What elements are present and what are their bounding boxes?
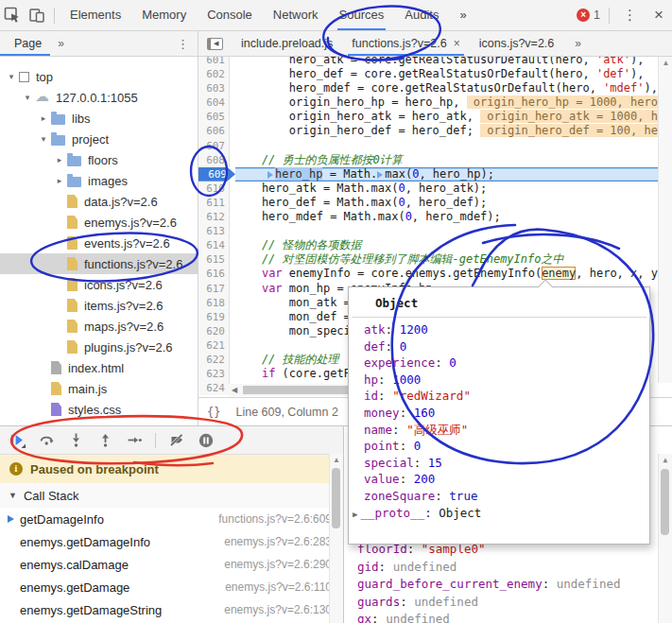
code-line-603[interactable]: 603 hero_mdef = core.getRealStatusOrDefa… (198, 81, 672, 95)
object-property-money[interactable]: money: 160 (349, 405, 649, 422)
tree-item-project[interactable]: ▾project (0, 129, 198, 149)
device-toolbar-button[interactable] (25, 3, 49, 27)
expander-closed-icon[interactable]: ▸ (54, 155, 65, 164)
line-number[interactable]: 621 (198, 338, 230, 353)
inspect-element-button[interactable] (0, 3, 25, 27)
code-line-606[interactable]: 606 origin_hero_def = hero_def; origin_h… (198, 124, 672, 138)
code-line-616[interactable]: 616 var enemyInfo = core.enemys.getEnemy… (198, 267, 672, 281)
more-options-button[interactable]: ⋮ (614, 0, 646, 30)
tree-item-top[interactable]: ▾top (0, 66, 198, 87)
line-number[interactable]: 619 (198, 310, 230, 324)
line-number[interactable]: 613 (198, 224, 230, 238)
pause-on-exceptions-button[interactable] (198, 432, 215, 449)
line-number[interactable]: 605 (198, 110, 230, 124)
scrollbar-thumb[interactable] (332, 468, 340, 528)
tree-item-maps-js-v-2-6[interactable]: maps.js?v=2.6 (0, 316, 198, 337)
tree-item-events-js-v-2-6[interactable]: events.js?v=2.6 (0, 233, 198, 253)
step-out-button[interactable] (96, 432, 113, 449)
hide-navigator-icon[interactable]: ◀ (207, 38, 223, 50)
line-number[interactable]: 606 (198, 124, 230, 138)
tree-item-index-html[interactable]: index.html (0, 357, 198, 378)
main-tab-network[interactable]: Network (263, 0, 329, 30)
scrollbar-thumb[interactable] (661, 469, 669, 535)
code-line-615[interactable]: 615 // 对坚固模仿等处理移到了脚本编辑-getEnemyInfo之中 (198, 252, 672, 267)
editor-tabs-overflow[interactable]: » (563, 31, 593, 56)
object-property-atk[interactable]: atk: 1200 (349, 321, 649, 338)
object-property-name[interactable]: name: "高级巫师" (349, 422, 649, 439)
object-property-value[interactable]: value: 200 (349, 471, 649, 488)
expander-closed-icon[interactable]: ▸ (54, 176, 65, 185)
sidebar-more-button[interactable]: ⋮ (177, 37, 189, 51)
expander-open-icon[interactable]: ▾ (38, 134, 49, 144)
callstack-frame-getdamageinfo[interactable]: getDamageInfofunctions.js?v=2.6:609 (0, 508, 343, 530)
editor-vertical-scrollbar[interactable]: ▲ (658, 57, 672, 383)
scope-variable-guard-before-current-enemy[interactable]: guard_before_current_enemy: undefined (357, 576, 620, 594)
line-number[interactable]: 612 (198, 210, 230, 224)
main-tab-audits[interactable]: Audits (394, 0, 449, 30)
tab-page[interactable]: Page (11, 31, 44, 56)
tree-item-styles-css[interactable]: styles.css (0, 399, 198, 420)
code-line-605[interactable]: 605 origin_hero_atk = hero_atk, origin_h… (198, 110, 672, 124)
line-number[interactable]: 604 (198, 95, 230, 110)
code-line-604[interactable]: 604 origin_hero_hp = hero_hp, origin_her… (198, 95, 672, 110)
code-line-602[interactable]: 602 hero_def = core.getRealStatusOrDefau… (198, 67, 672, 81)
expander-closed-icon[interactable]: ▶ (353, 510, 357, 519)
tree-item-images[interactable]: ▸images (0, 170, 198, 191)
breakpoint-line-number[interactable]: 609 (198, 167, 235, 182)
object-property-zonesquare[interactable]: zoneSquare: true (349, 488, 649, 505)
object-property-special[interactable]: special: 15 (349, 455, 649, 472)
step-into-button[interactable] (67, 432, 84, 449)
main-tab-elements[interactable]: Elements (60, 0, 131, 30)
code-line-607[interactable]: 607 (198, 139, 672, 153)
line-number[interactable]: 622 (198, 353, 230, 367)
object-property-experience[interactable]: experience: 0 (349, 355, 649, 372)
tree-item-libs[interactable]: ▸libs (0, 108, 198, 129)
line-number[interactable]: 614 (198, 238, 230, 252)
object-property-point[interactable]: point: 0 (349, 438, 649, 455)
editor-tab-icons-js-v-2-6[interactable]: icons.js?v=2.6 (470, 31, 564, 56)
tree-item-icons-js-v-2-6[interactable]: icons.js?v=2.6 (0, 274, 198, 295)
step-position-marker-icon[interactable] (267, 171, 273, 179)
main-tab-memory[interactable]: Memory (131, 0, 197, 30)
tree-item-data-js-v-2-6[interactable]: data.js?v=2.6 (0, 191, 198, 212)
line-number[interactable]: 623 (198, 367, 230, 381)
tree-item-floors[interactable]: ▸floors (0, 149, 198, 170)
scroll-up-icon[interactable]: ▲ (659, 456, 672, 464)
close-devtools-button[interactable]: × (646, 0, 672, 30)
tree-item-plugins-js-v-2-6[interactable]: plugins.js?v=2.6 (0, 337, 198, 357)
callstack-frame-enemys-getdamagestring[interactable]: enemys.getDamageStringenemys.js?v=2.6:13… (0, 598, 343, 621)
tree-item-items-js-v-2-6[interactable]: items.js?v=2.6 (0, 295, 198, 316)
error-badge[interactable]: × 1 (577, 9, 600, 22)
code-line-614[interactable]: 614 // 怪物的各项数据 (198, 238, 672, 252)
scope-scrollbar[interactable]: ▲ (658, 454, 672, 623)
line-number[interactable]: 610 (198, 182, 230, 196)
editor-tab-include-preload-js[interactable]: include.preload.js (232, 31, 342, 56)
line-number[interactable]: 608 (198, 153, 230, 167)
step-position-marker-icon[interactable] (377, 171, 383, 179)
editor-tab-functions-js-v-2-6[interactable]: functions.js?v=2.6× (342, 31, 469, 56)
code-line-613[interactable]: 613 (198, 224, 672, 238)
scroll-left-icon[interactable]: ◀ (232, 386, 237, 394)
main-tab-sources[interactable]: Sources (329, 0, 395, 30)
line-number[interactable]: 607 (198, 139, 230, 153)
scope-variable-guards[interactable]: guards: undefined (357, 594, 620, 612)
tree-item-functions-js-v-2-6[interactable]: functions.js?v=2.6 (0, 253, 198, 274)
call-stack-header[interactable]: ▼ Call Stack (0, 483, 343, 508)
callstack-frame-enemys-getdamage[interactable]: enemys.getDamageenemys.js?v=2.6:110 (0, 576, 343, 598)
hovered-variable[interactable]: enemy (542, 267, 576, 280)
line-number[interactable]: 624 (198, 381, 230, 395)
deactivate-breakpoints-button[interactable] (168, 432, 185, 449)
main-tab-console[interactable]: Console (197, 0, 263, 30)
object-property-def[interactable]: def: 0 (349, 338, 649, 355)
code-line-609[interactable]: 609 hero_hp = Math.max(0, hero_hp); (198, 167, 672, 182)
pretty-print-button[interactable]: {} (207, 406, 220, 419)
tree-item-enemys-js-v-2-6[interactable]: enemys.js?v=2.6 (0, 212, 198, 233)
object-property-hp[interactable]: hp: 1000 (349, 372, 649, 389)
scope-variable-gx[interactable]: gx: undefined (357, 611, 620, 623)
line-number[interactable]: 618 (198, 296, 230, 310)
scroll-up-icon[interactable]: ▲ (330, 456, 343, 464)
expander-closed-icon[interactable]: ▸ (38, 113, 49, 123)
line-number[interactable]: 615 (198, 252, 230, 267)
code-line-608[interactable]: 608 // 勇士的负属性都按0计算 (198, 153, 672, 167)
code-line-610[interactable]: 610 hero_atk = Math.max(0, hero_atk); (198, 182, 672, 196)
